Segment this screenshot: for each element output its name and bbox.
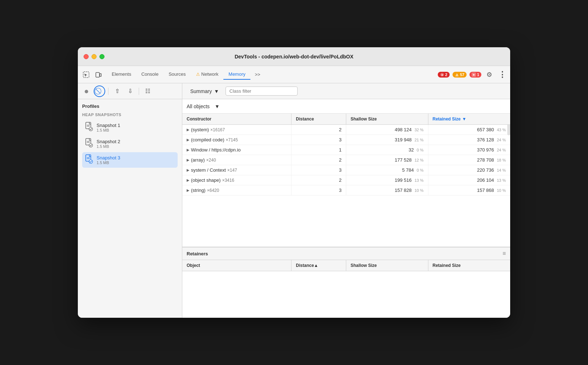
td-shallow-5: 199 516 13 % <box>346 175 428 185</box>
filter-row: All objects ▼ <box>182 99 510 114</box>
tab-network[interactable]: ⚠ Network <box>191 69 224 80</box>
td-retained-6: 157 868 10 % <box>428 185 511 195</box>
td-retained-5: 206 104 13 % <box>428 175 511 185</box>
tab-sources[interactable]: Sources <box>164 69 191 80</box>
snapshot-2-name: Snapshot 2 <box>97 139 120 144</box>
snapshot-item-3[interactable]: Snapshot 3 1.5 MB <box>82 152 178 168</box>
th-retained-size[interactable]: Retained Size ▼ <box>428 114 511 124</box>
table-row[interactable]: ▶ (object shape) ×3416 2 199 516 13 % 20… <box>182 175 510 185</box>
separator2 <box>139 88 139 95</box>
table-row[interactable]: ▶ (array) ×240 2 177 528 12 % 278 708 18… <box>182 155 510 165</box>
snapshot-1-name: Snapshot 1 <box>97 123 120 128</box>
td-distance-4: 3 <box>291 165 346 175</box>
retainers-table-header: Object Distance▲ Shallow Size Retained S… <box>182 260 510 271</box>
right-panel: Summary ▼ All objects ▼ Constructor <box>182 83 510 318</box>
tab-memory[interactable]: Memory <box>223 69 250 80</box>
separator <box>108 88 108 95</box>
warning-badge: ⚠ 57 <box>453 72 467 78</box>
svg-point-16 <box>89 144 93 147</box>
expand-arrow-1[interactable]: ▶ <box>187 138 190 142</box>
more-tabs-button[interactable]: >> <box>252 70 263 79</box>
td-distance-3: 2 <box>291 155 346 165</box>
retainers-menu-icon: ≡ <box>503 250 506 257</box>
error-badge: ✕ 2 <box>438 72 450 78</box>
snapshot-item-2[interactable]: Snapshot 2 1.5 MB <box>82 136 178 151</box>
heap-table: ▶ (system) ×16167 2 498 124 32 % 657 380… <box>182 125 510 247</box>
inspector-cursor-icon[interactable] <box>81 69 92 80</box>
td-distance-0: 2 <box>291 125 346 135</box>
sort-desc-icon: ▼ <box>462 116 467 122</box>
svg-text:✦: ✦ <box>472 73 475 77</box>
sidebar-body: Profiles HEAP SNAPSHOTS Snapshot 1 1.5 M… <box>78 99 182 318</box>
rth-shallow-size[interactable]: Shallow Size <box>346 260 428 271</box>
td-constructor-4: ▶ system / Context ×147 <box>182 165 291 175</box>
main-tabs: Elements Console Sources ⚠ Network Memor… <box>107 69 250 80</box>
close-button[interactable] <box>84 54 89 59</box>
snapshot-3-name: Snapshot 3 <box>97 155 120 160</box>
main-content: ● ⃠ ⇧ ⇩ ☷ <box>78 83 510 318</box>
td-distance-1: 3 <box>291 135 346 145</box>
toolbar-right: ✕ 2 ⚠ 57 ✦ 1 ⚙ ⋮ <box>438 70 508 80</box>
minimize-button[interactable] <box>92 54 97 59</box>
table-row[interactable]: ▶ system / Context ×147 3 5 784 0 % 220 … <box>182 165 510 175</box>
rth-object[interactable]: Object <box>182 260 291 271</box>
svg-rect-1 <box>96 72 99 77</box>
table-row[interactable]: ▶ (string) ×6420 3 157 828 10 % 157 868 … <box>182 185 510 195</box>
table-row[interactable]: ▶ Window / https://cdpn.io 1 32 0 % 370 … <box>182 145 510 155</box>
td-constructor-5: ▶ (object shape) ×3416 <box>182 175 291 185</box>
clear-button[interactable]: ⃠ <box>94 85 105 97</box>
td-constructor-3: ▶ (array) ×240 <box>182 155 291 165</box>
expand-arrow-3[interactable]: ▶ <box>187 158 190 162</box>
title-bar: DevTools - codepen.io/web-dot-dev/live/P… <box>78 47 510 66</box>
snapshot-info-1: Snapshot 1 1.5 MB <box>97 123 120 132</box>
svg-rect-2 <box>100 74 101 76</box>
warning-icon: ⚠ <box>196 72 200 77</box>
summary-label: Summary <box>190 88 212 94</box>
stats-button[interactable]: ☷ <box>142 85 153 97</box>
td-constructor-6: ▶ (string) ×6420 <box>182 185 291 195</box>
expand-arrow-5[interactable]: ▶ <box>187 178 190 182</box>
expand-arrow-4[interactable]: ▶ <box>187 168 190 172</box>
more-options-button[interactable]: ⋮ <box>497 70 507 80</box>
section-label: HEAP SNAPSHOTS <box>82 113 178 117</box>
maximize-button[interactable] <box>99 54 104 59</box>
td-retained-4: 220 736 14 % <box>428 165 511 175</box>
tab-elements[interactable]: Elements <box>107 69 136 80</box>
save-profile-button[interactable]: ⇩ <box>124 85 136 97</box>
table-header: Constructor Distance Shallow Size Retain… <box>182 114 510 125</box>
snapshot-info-2: Snapshot 2 1.5 MB <box>97 139 120 149</box>
snapshot-item-1[interactable]: Snapshot 1 1.5 MB <box>82 120 178 135</box>
expand-arrow-2[interactable]: ▶ <box>187 148 190 152</box>
chevron-down-icon: ▼ <box>215 104 220 109</box>
snapshot-icon-1 <box>85 122 93 133</box>
expand-arrow-6[interactable]: ▶ <box>187 188 190 192</box>
td-distance-6: 3 <box>291 185 346 195</box>
td-retained-1: 376 128 24 % <box>428 135 511 145</box>
svg-text:✕: ✕ <box>441 73 443 76</box>
objects-filter-dropdown[interactable]: All objects ▼ <box>187 104 220 109</box>
settings-button[interactable]: ⚙ <box>484 70 494 80</box>
td-constructor-0: ▶ (system) ×16167 <box>182 125 291 135</box>
td-distance-2: 1 <box>291 145 346 155</box>
th-distance[interactable]: Distance <box>291 114 346 124</box>
summary-dropdown[interactable]: Summary ▼ <box>187 87 223 96</box>
svg-point-12 <box>89 127 93 131</box>
info-badge: ✦ 1 <box>469 72 481 78</box>
class-filter-input[interactable] <box>226 87 298 96</box>
table-row[interactable]: ▶ (system) ×16167 2 498 124 32 % 657 380… <box>182 125 510 135</box>
tab-console[interactable]: Console <box>136 69 164 80</box>
expand-arrow-0[interactable]: ▶ <box>187 128 190 132</box>
th-constructor[interactable]: Constructor <box>182 114 291 124</box>
rth-retained-size[interactable]: Retained Size <box>428 260 511 271</box>
filter-label: All objects <box>187 104 210 109</box>
device-toggle-icon[interactable] <box>93 69 104 80</box>
retainers-label: Retainers <box>187 251 208 256</box>
td-shallow-6: 157 828 10 % <box>346 185 428 195</box>
th-shallow-size[interactable]: Shallow Size <box>346 114 428 124</box>
td-shallow-0: 498 124 32 % <box>346 125 428 135</box>
table-row[interactable]: ▶ (compiled code) ×7145 3 319 948 21 % 3… <box>182 135 510 145</box>
rth-distance[interactable]: Distance▲ <box>291 260 346 271</box>
retainers-header: Retainers ≡ <box>182 247 510 260</box>
load-profile-button[interactable]: ⇧ <box>111 85 123 97</box>
record-button[interactable]: ● <box>81 85 92 97</box>
